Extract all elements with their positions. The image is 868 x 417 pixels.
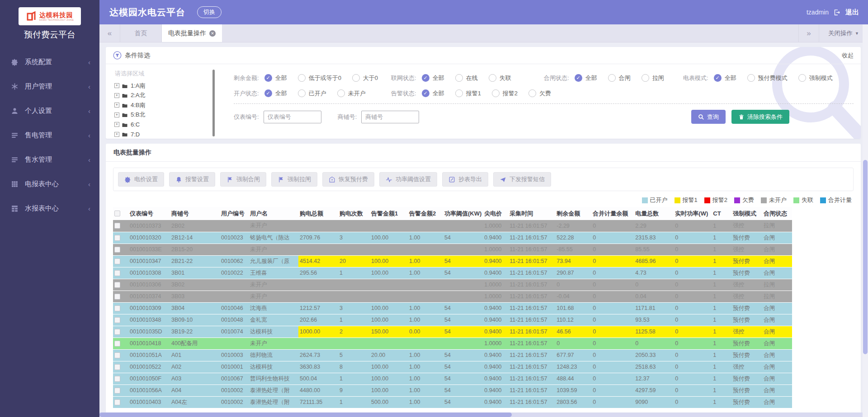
tab-home[interactable]: 首页 (120, 24, 162, 42)
radio-icon[interactable]: ✓ (422, 89, 429, 97)
radio-icon[interactable] (352, 74, 360, 82)
switch-button[interactable]: 切换 (197, 6, 222, 18)
tree-node[interactable]: +6:C (113, 120, 212, 130)
radio-icon[interactable] (608, 74, 616, 82)
tree-node[interactable]: +7:D (113, 130, 212, 139)
toolbar-button[interactable]: 报警设置 (169, 172, 215, 187)
tabs-back-arrow[interactable]: « (99, 24, 120, 42)
sidebar-item[interactable]: 售电管理‹ (0, 123, 99, 147)
radio-option[interactable]: 未开户 (337, 89, 366, 98)
vertical-scrollbar-thumb[interactable] (863, 160, 868, 354)
radio-icon[interactable] (528, 89, 536, 97)
radio-option[interactable]: ✓全部 (575, 74, 597, 82)
radio-icon[interactable] (492, 89, 500, 97)
radio-option[interactable]: 已开户 (298, 89, 326, 98)
radio-option[interactable]: 低于或等于0 (298, 74, 341, 82)
meter-no-input[interactable] (264, 111, 321, 123)
row-checkbox[interactable] (114, 223, 120, 229)
radio-option[interactable]: 失联 (489, 74, 511, 82)
row-checkbox[interactable] (114, 294, 120, 300)
expand-icon[interactable]: + (114, 112, 119, 117)
search-button[interactable]: 查询 (691, 110, 726, 124)
row-checkbox[interactable] (114, 235, 120, 241)
sidebar-item[interactable]: 售水管理‹ (0, 147, 99, 172)
radio-option[interactable]: 拉闸 (642, 74, 664, 82)
radio-icon[interactable]: ✓ (575, 74, 582, 82)
vertical-scrollbar[interactable] (863, 24, 868, 417)
logout-icon[interactable] (833, 9, 841, 16)
radio-icon[interactable] (642, 74, 649, 82)
radio-icon[interactable] (455, 74, 463, 82)
logout-button[interactable]: 退出 (845, 8, 859, 17)
radio-option[interactable]: 报警1 (455, 89, 481, 98)
select-all-checkbox[interactable] (114, 211, 120, 216)
row-checkbox[interactable] (114, 270, 120, 276)
sidebar-item[interactable]: 个人设置‹ (0, 98, 99, 123)
close-operations-dropdown[interactable]: 关闭操作▼ (819, 24, 868, 42)
clear-search-button[interactable]: 清除搜索条件 (731, 110, 789, 124)
toolbar-button[interactable]: 下发报警短信 (493, 172, 551, 187)
toolbar-button[interactable]: 功率阈值设置 (379, 172, 437, 187)
row-checkbox[interactable] (114, 329, 120, 335)
radio-icon[interactable] (798, 74, 806, 82)
toolbar-button[interactable]: 电价设置 (118, 172, 164, 187)
row-checkbox[interactable] (114, 258, 120, 264)
tree-scrollbar[interactable] (212, 70, 215, 136)
row-checkbox[interactable] (114, 341, 120, 347)
tab-meter-batch[interactable]: 电表批量操作 ✕ (162, 24, 222, 42)
radio-icon[interactable]: ✓ (264, 74, 272, 82)
expand-icon[interactable]: + (114, 132, 119, 137)
radio-option[interactable]: ✓全部 (264, 89, 287, 98)
sidebar-item[interactable]: 电报表中心‹ (0, 172, 99, 196)
radio-icon[interactable]: ✓ (714, 74, 722, 82)
row-checkbox[interactable] (114, 282, 120, 288)
tab-close-icon[interactable]: ✕ (209, 30, 216, 37)
radio-option[interactable]: 欠费 (528, 89, 551, 98)
row-checkbox[interactable] (114, 247, 120, 253)
radio-icon[interactable] (747, 74, 755, 82)
row-checkbox[interactable] (114, 317, 120, 323)
sidebar-item[interactable]: 用户管理‹ (0, 74, 99, 98)
expand-icon[interactable]: + (114, 122, 119, 127)
expand-icon[interactable]: + (114, 83, 119, 88)
row-checkbox[interactable] (114, 305, 120, 311)
radio-icon[interactable] (298, 89, 306, 97)
tabs-forward-arrow[interactable]: » (798, 24, 819, 42)
radio-icon[interactable]: ✓ (422, 74, 429, 82)
radio-icon[interactable] (298, 74, 306, 82)
expand-icon[interactable]: + (114, 103, 119, 108)
row-checkbox[interactable] (114, 352, 120, 358)
sidebar-item[interactable]: 系统配置‹ (0, 50, 99, 74)
expand-icon[interactable]: + (114, 93, 119, 98)
toolbar-button[interactable]: 抄表导出 (442, 172, 488, 187)
radio-option[interactable]: ✓全部 (422, 89, 444, 98)
radio-option[interactable]: 报警2 (492, 89, 518, 98)
radio-option[interactable]: ✓全部 (422, 74, 444, 82)
username[interactable]: tzadmin (807, 9, 829, 16)
radio-option[interactable]: ✓全部 (264, 74, 287, 82)
toolbar-button[interactable]: 强制拉闸 (271, 172, 317, 187)
tree-node[interactable]: +4:B南 (113, 100, 212, 110)
tree-node[interactable]: +1:A南 (113, 81, 212, 91)
row-checkbox[interactable] (114, 364, 120, 370)
horizontal-scrollbar-thumb[interactable] (99, 412, 512, 417)
collapse-link[interactable]: 收起 (842, 52, 854, 60)
tree-node[interactable]: +5:B北 (113, 110, 212, 120)
row-checkbox[interactable] (114, 399, 120, 405)
radio-icon[interactable] (489, 74, 496, 82)
toolbar-button[interactable]: 恢复预付费 (322, 172, 374, 187)
radio-option[interactable]: 预付费模式 (747, 74, 788, 82)
toolbar-button[interactable]: 强制合闸 (220, 172, 266, 187)
horizontal-scrollbar[interactable] (99, 412, 863, 417)
radio-option[interactable]: 在线 (455, 74, 478, 82)
row-checkbox[interactable] (114, 376, 120, 382)
tree-node[interactable]: +2:A北 (113, 91, 212, 101)
radio-icon[interactable] (337, 89, 345, 97)
radio-icon[interactable] (455, 89, 463, 97)
row-checkbox[interactable] (114, 388, 120, 394)
radio-icon[interactable]: ✓ (264, 89, 272, 97)
sidebar-item[interactable]: 水报表中心‹ (0, 196, 99, 220)
radio-option[interactable]: 大于0 (352, 74, 378, 82)
radio-option[interactable]: ✓全部 (714, 74, 736, 82)
radio-option[interactable]: 强制模式 (798, 74, 833, 82)
